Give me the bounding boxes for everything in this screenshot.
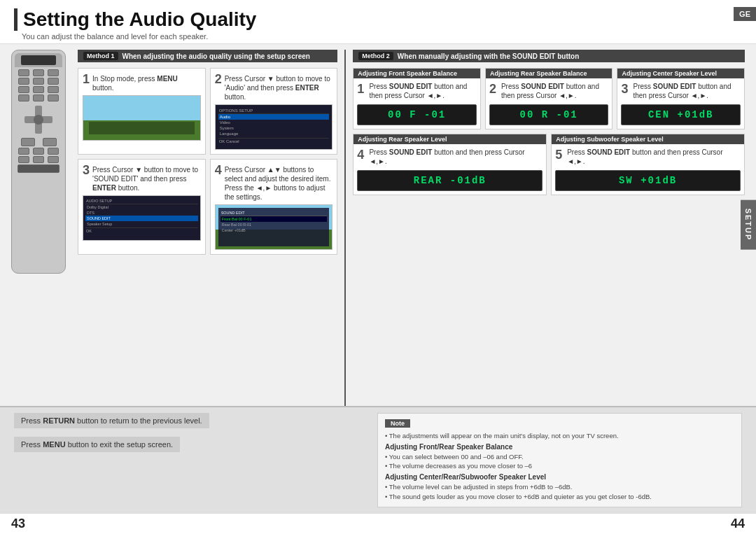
step-text: Press Cursor ▼ button to move to 'Audio'… (225, 74, 333, 101)
remote-container (11, 50, 71, 406)
page: Setting the Audio Quality You can adjust… (0, 0, 756, 534)
adj-center-level-display: CEN +01dB (621, 104, 741, 125)
step1-image (83, 95, 201, 141)
footer-menu-text: Press MENU button to exit the setup scre… (14, 437, 180, 452)
remote-btn-row-2 (17, 78, 60, 85)
method1-steps: 1 In Stop mode, press MENU button. 2 (78, 68, 337, 255)
method1-step-3: 3 Press Cursor ▼ button to move to 'SOUN… (78, 159, 206, 255)
adj-rear-level-header: Adjusting Rear Speaker Level (354, 134, 546, 144)
step-num: 3 (621, 82, 628, 97)
remote-top (15, 53, 62, 67)
adj-rear-level-display: REAR -01dB (357, 170, 542, 191)
remote-btn-row-3 (17, 86, 60, 93)
footer-notes: Note • The adjustments will appear on th… (377, 413, 742, 507)
adj-center-level-box: Adjusting Center Speaker Level 3 Press S… (617, 68, 745, 129)
remote-btn (48, 78, 59, 85)
step2-image: OPTIONS SETUP Audio Video System Languag… (215, 104, 333, 150)
remote-btn-row-7 (17, 156, 60, 163)
remote-btn (33, 86, 44, 93)
remote-btn (18, 69, 29, 76)
footer: Press RETURN button to return to the pre… (0, 406, 756, 513)
method2-header: Method 2 When manually adjusting with th… (353, 50, 745, 62)
remote-btn-return (43, 138, 57, 146)
step-text: In Stop mode, press MENU button. (92, 74, 201, 92)
adj-front-balance-box: Adjusting Front Speaker Balance 1 Press … (353, 68, 481, 129)
remote-dpad (24, 106, 52, 134)
adj-center-level-text: Press SOUND EDIT button and then press C… (633, 82, 741, 100)
setup-side-badge: SETUP (741, 200, 756, 250)
page-number-right: 44 (731, 517, 745, 531)
method2-title: When manually adjusting with the SOUND E… (398, 52, 579, 60)
remote-btn (18, 148, 29, 155)
remote-btn (18, 156, 29, 163)
adj-rear-balance-header: Adjusting Rear Speaker Balance (486, 69, 612, 78)
remote-btn (33, 78, 44, 85)
remote-display (21, 55, 56, 65)
method2-top-grid: Adjusting Front Speaker Balance 1 Press … (353, 68, 745, 129)
adj-subwoofer-level-display: SW +01dB (555, 170, 741, 191)
page-title: Setting the Audio Quality (23, 8, 256, 31)
note-section-front-rear: Adjusting Front/Rear Speaker Balance (385, 443, 734, 451)
method2-badge: Method 2 (358, 52, 393, 60)
remote-btn (48, 148, 59, 155)
left-column: Method 1 When adjusting the audio qualit… (11, 50, 337, 406)
method1-step-1: 1 In Stop mode, press MENU button. (78, 68, 206, 155)
adj-rear-balance-text: Press SOUND EDIT button and then press C… (501, 82, 609, 100)
method1-badge: Method 1 (83, 52, 118, 60)
remote-btn-row-4 (17, 94, 60, 101)
method1-title: When adjusting the audio quality using t… (122, 52, 310, 60)
remote-btn (18, 94, 29, 101)
note-item-4: • The volume level can be adjusted in st… (385, 482, 734, 491)
remote-buttons (15, 69, 62, 173)
remote-btn (33, 94, 44, 101)
note-header: Note (385, 419, 410, 428)
page-subtitle: You can adjust the balance and level for… (22, 32, 742, 41)
ge-badge: GE (734, 7, 756, 21)
method1-header: Method 1 When adjusting the audio qualit… (78, 50, 337, 62)
step4-image: SOUND EDIT Front Bal 00 F-01 Rear Bal 00… (215, 204, 333, 250)
remote-btn (33, 148, 44, 155)
page-number-left: 43 (11, 517, 25, 531)
step-text: Press Cursor ▼ button to move to 'SOUND … (92, 165, 201, 192)
note-item-2: • You can select between 00 and –06 and … (385, 452, 734, 461)
remote-btn (33, 69, 44, 76)
remote-btn-sound-edit (18, 164, 59, 173)
remote-dpad-center (34, 115, 43, 125)
note-item-5: • The sound gets louder as you move clos… (385, 492, 734, 501)
title-text: Setting the Audio Quality (23, 8, 256, 31)
step-number: 1 (83, 73, 90, 85)
footer-left: Press RETURN button to return to the pre… (14, 413, 363, 507)
section-divider (344, 50, 346, 406)
remote-btn (48, 94, 59, 101)
step-number: 3 (83, 164, 90, 176)
step-text: Press Cursor ▲▼ buttons to select and ad… (225, 165, 333, 202)
adj-front-balance-header: Adjusting Front Speaker Balance (354, 69, 480, 78)
adj-subwoofer-level-header: Adjusting Subwoofer Speaker Level (552, 134, 744, 144)
adj-rear-balance-box: Adjusting Rear Speaker Balance 2 Press S… (485, 68, 613, 129)
remote-btn-row-6 (17, 148, 60, 155)
note-section-center-rear-sub: Adjusting Center/Rear/Subwoofer Speaker … (385, 473, 734, 481)
remote-btn-menu (21, 138, 35, 146)
step3-image: AUDIO SETUP Dolby Digital DTS SOUND EDIT… (83, 195, 201, 241)
method1-step-2: 2 Press Cursor ▼ button to move to 'Audi… (210, 68, 338, 155)
step-num: 4 (357, 148, 364, 162)
step-num: 1 (357, 82, 364, 97)
main-content: Method 1 When adjusting the audio qualit… (0, 44, 756, 406)
remote-btn-row-1 (17, 69, 60, 76)
remote-btn (18, 86, 29, 93)
adj-rear-level-text: Press SOUND EDIT button and then press C… (369, 148, 542, 166)
step-num: 5 (555, 148, 562, 162)
title-bar-decoration (14, 8, 18, 31)
page-header: Setting the Audio Quality You can adjust… (0, 0, 756, 44)
adj-rear-level-box: Adjusting Rear Speaker Level 4 Press SOU… (353, 134, 547, 195)
method1-section: Method 1 When adjusting the audio qualit… (78, 50, 337, 406)
step-num: 2 (489, 82, 496, 97)
adj-center-level-header: Adjusting Center Speaker Level (617, 69, 744, 78)
remote-btn-row-8 (17, 164, 60, 173)
remote-btn (33, 156, 44, 163)
page-numbers: 43 44 (0, 513, 756, 534)
note-item-1: • The adjustments will appear on the mai… (385, 431, 734, 440)
remote-btn (48, 69, 59, 76)
method1-step-4: 4 Press Cursor ▲▼ buttons to select and … (210, 159, 338, 255)
method2-section: Method 2 When manually adjusting with th… (353, 50, 745, 406)
